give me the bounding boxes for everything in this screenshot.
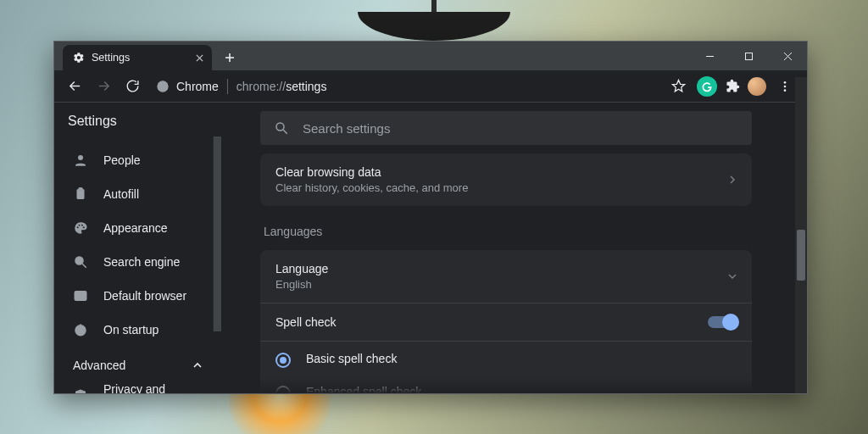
svg-point-12: [784, 81, 787, 84]
svg-point-29: [276, 123, 284, 131]
search-icon: [73, 254, 88, 270]
sidebar-item-label: Appearance: [103, 221, 168, 235]
gear-icon: [73, 52, 85, 64]
svg-point-20: [79, 225, 81, 226]
window-controls: [690, 42, 807, 70]
svg-point-13: [784, 85, 787, 87]
settings-main: Clear browsing data Clear history, cooki…: [221, 103, 807, 393]
shield-icon: [73, 388, 88, 393]
svg-rect-18: [79, 188, 83, 191]
sidebar-item-people[interactable]: People: [54, 143, 221, 177]
minimize-button[interactable]: [690, 42, 729, 70]
settings-sidebar: Settings People Autofill Appearance Sea: [54, 103, 221, 393]
clear-browsing-data-card[interactable]: Clear browsing data Clear history, cooki…: [260, 153, 752, 206]
titlebar: Settings: [54, 42, 807, 70]
radio-selected-icon: [275, 353, 291, 368]
close-icon[interactable]: [196, 54, 203, 62]
sidebar-item-label: People: [103, 153, 141, 167]
svg-line-24: [82, 264, 86, 268]
sidebar-item-label: On startup: [103, 323, 159, 337]
browser-window: Settings Chrome chrome://settings: [53, 41, 808, 394]
search-icon: [274, 120, 289, 136]
language-value: English: [275, 278, 328, 291]
sidebar-item-label: Privacy and security: [103, 382, 203, 393]
languages-card: Language English Spell check Basic spell…: [260, 250, 752, 393]
tab-title: Settings: [92, 52, 130, 64]
tab-settings[interactable]: Settings: [63, 45, 212, 70]
browser-window-icon: [73, 288, 88, 303]
svg-marker-11: [672, 80, 684, 91]
back-button[interactable]: [61, 73, 88, 100]
bookmark-star-button[interactable]: [665, 73, 692, 100]
language-title: Language: [275, 262, 328, 275]
omnibox-separator: [227, 79, 228, 94]
forward-button[interactable]: [90, 73, 117, 100]
palette-icon: [73, 220, 88, 236]
omnibox-context: Chrome: [176, 80, 219, 93]
extension-grammarly-icon[interactable]: [697, 76, 717, 97]
svg-point-23: [75, 257, 83, 264]
chevron-down-icon: [728, 270, 737, 283]
sidebar-item-on-startup[interactable]: On startup: [54, 313, 221, 347]
sidebar-item-autofill[interactable]: Autofill: [54, 177, 221, 211]
svg-point-21: [81, 225, 83, 226]
url-page: settings: [286, 80, 326, 93]
languages-heading: Languages: [260, 206, 752, 250]
sidebar-scrollbar[interactable]: [213, 136, 221, 331]
extensions-button[interactable]: [722, 76, 743, 97]
basic-spellcheck-option[interactable]: Basic spell check: [260, 342, 752, 375]
address-bar[interactable]: Chrome chrome://settings: [153, 74, 658, 99]
wallpaper-lamp: [341, 0, 527, 41]
advanced-label: Advanced: [73, 359, 125, 372]
sidebar-item-label: Autofill: [103, 187, 139, 201]
chevron-right-icon: [728, 173, 737, 186]
chevron-up-icon: [192, 360, 203, 370]
sidebar-advanced-toggle[interactable]: Advanced: [54, 347, 221, 382]
svg-point-15: [78, 155, 83, 160]
reload-button[interactable]: [119, 73, 146, 100]
sidebar-item-label: Search engine: [103, 255, 180, 269]
settings-search[interactable]: [260, 111, 752, 145]
sidebar-item-default-browser[interactable]: Default browser: [54, 279, 221, 313]
clipboard-icon: [73, 186, 88, 202]
spellcheck-row: Spell check: [260, 303, 752, 342]
language-row[interactable]: Language English: [260, 250, 752, 303]
svg-line-30: [283, 130, 287, 134]
svg-point-22: [83, 226, 85, 228]
content-area: Settings People Autofill Appearance Sea: [54, 103, 807, 393]
sidebar-item-label: Default browser: [103, 289, 186, 303]
settings-search-input[interactable]: [303, 121, 738, 136]
new-tab-button[interactable]: [219, 47, 241, 69]
svg-point-14: [784, 89, 787, 92]
sidebar-item-search-engine[interactable]: Search engine: [54, 245, 221, 279]
main-scrollbar[interactable]: [795, 103, 807, 393]
power-icon: [73, 322, 88, 337]
basic-spellcheck-label: Basic spell check: [306, 352, 397, 365]
chrome-secure-icon: [156, 80, 170, 93]
toolbar: Chrome chrome://settings: [54, 70, 807, 103]
svg-point-19: [77, 226, 79, 228]
url-scheme: chrome://: [236, 80, 286, 93]
svg-rect-5: [745, 53, 752, 59]
clear-data-subtitle: Clear history, cookies, cache, and more: [275, 181, 468, 194]
fade-overlay: [221, 378, 807, 393]
maximize-button[interactable]: [729, 42, 768, 70]
sidebar-item-appearance[interactable]: Appearance: [54, 211, 221, 245]
sidebar-item-privacy-security[interactable]: Privacy and security: [54, 382, 221, 393]
scrollbar-thumb[interactable]: [797, 230, 805, 281]
sidebar-title: Settings: [54, 103, 221, 140]
clear-data-title: Clear browsing data: [275, 165, 468, 179]
person-icon: [73, 153, 88, 168]
svg-point-10: [157, 81, 168, 92]
svg-rect-25: [75, 292, 86, 301]
spellcheck-label: Spell check: [275, 315, 337, 329]
spellcheck-toggle[interactable]: [708, 316, 737, 328]
close-window-button[interactable]: [768, 42, 807, 70]
profile-avatar[interactable]: [748, 77, 766, 96]
